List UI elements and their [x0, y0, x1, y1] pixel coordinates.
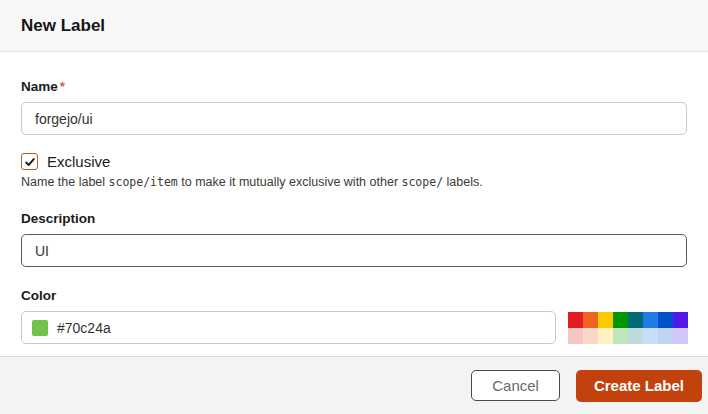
checkmark-icon — [24, 156, 36, 168]
exclusive-help-text: Name the label scope/item to make it mut… — [21, 175, 687, 189]
dialog-footer: Cancel Create Label — [0, 356, 708, 414]
palette-swatch[interactable] — [643, 328, 658, 344]
palette-swatch[interactable] — [658, 312, 673, 328]
color-field-label: Color — [21, 288, 687, 303]
palette-swatch[interactable] — [643, 312, 658, 328]
palette-swatch[interactable] — [598, 312, 613, 328]
help-suffix: labels. — [443, 175, 483, 189]
dialog-title: New Label — [21, 16, 105, 36]
create-label-button[interactable]: Create Label — [576, 370, 702, 402]
palette-swatch[interactable] — [598, 328, 613, 344]
palette-swatch[interactable] — [658, 328, 673, 344]
palette-swatch[interactable] — [583, 328, 598, 344]
color-input[interactable] — [57, 320, 545, 336]
palette-swatch[interactable] — [628, 312, 643, 328]
help-code-scope-item: scope/item — [109, 175, 178, 189]
name-label-text: Name — [21, 79, 58, 94]
palette-swatch[interactable] — [613, 328, 628, 344]
palette-swatch[interactable] — [568, 328, 583, 344]
current-color-swatch — [32, 320, 48, 336]
exclusive-checkbox[interactable] — [21, 153, 38, 170]
color-input-wrap[interactable] — [21, 311, 556, 344]
cancel-button[interactable]: Cancel — [471, 370, 560, 401]
palette-swatch[interactable] — [628, 328, 643, 344]
palette-swatch[interactable] — [673, 312, 688, 328]
help-code-scope: scope/ — [402, 175, 444, 189]
dialog-body: Name* Exclusive Name the label scope/ite… — [0, 52, 708, 356]
palette-swatch[interactable] — [613, 312, 628, 328]
color-row — [21, 311, 687, 344]
palette-swatch[interactable] — [568, 312, 583, 328]
palette-swatch[interactable] — [673, 328, 688, 344]
name-field-label: Name* — [21, 79, 687, 94]
exclusive-checkbox-row[interactable]: Exclusive — [21, 153, 687, 170]
description-field-label: Description — [21, 211, 687, 226]
required-asterisk: * — [60, 79, 65, 94]
dialog-header: New Label — [0, 0, 708, 52]
exclusive-label[interactable]: Exclusive — [47, 153, 110, 170]
help-prefix: Name the label — [21, 175, 109, 189]
help-middle: to make it mutually exclusive with other — [178, 175, 402, 189]
description-input[interactable] — [21, 234, 687, 267]
new-label-dialog: New Label Name* Exclusive Name the label… — [0, 0, 708, 414]
name-input[interactable] — [21, 102, 687, 135]
palette-swatch[interactable] — [583, 312, 598, 328]
color-palette — [568, 312, 688, 344]
